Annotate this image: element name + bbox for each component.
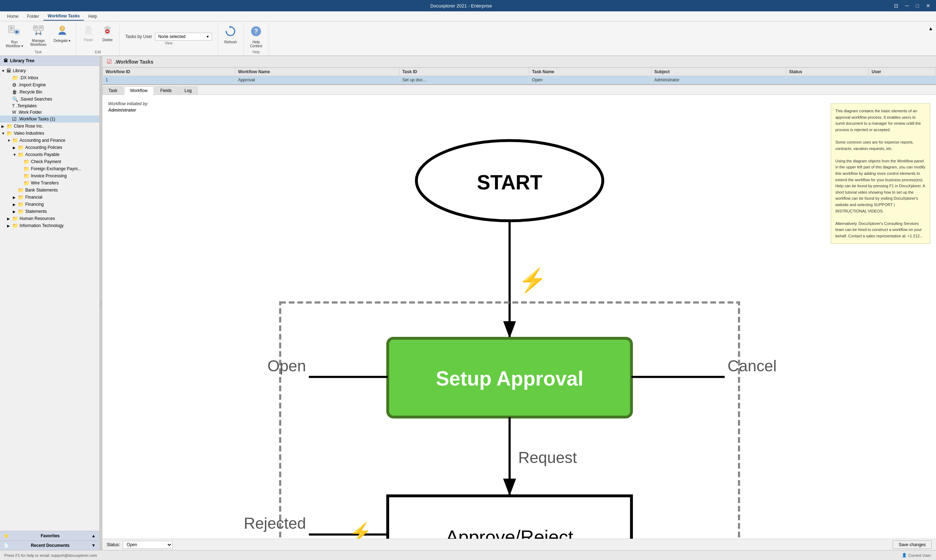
- close-button[interactable]: ✕: [923, 2, 933, 9]
- table-header-row: Workflow ID Workflow Name Task ID Task N…: [103, 68, 936, 76]
- menu-workflow-tasks[interactable]: Workflow Tasks: [43, 12, 84, 21]
- chevron-financial[interactable]: ▶: [13, 195, 18, 199]
- valeo-label: Valeo Industries: [14, 131, 44, 136]
- chevron-library[interactable]: ▼: [2, 69, 6, 73]
- recent-documents-header[interactable]: 📄 Recent Documents ▼: [0, 541, 99, 550]
- chevron-statements[interactable]: ▶: [13, 210, 18, 214]
- table-row[interactable]: 1 Approval Set up doc... Open Administra…: [103, 76, 936, 84]
- status-label: Status:: [107, 542, 120, 547]
- sidebar-resize-handle[interactable]: [100, 56, 102, 550]
- bank-statements-icon: 📁: [18, 187, 24, 193]
- menu-home[interactable]: Home: [3, 12, 23, 20]
- workflow-diagram-svg: START ⚡ Setup Approval Request App: [108, 116, 825, 539]
- tab-fields[interactable]: Fields: [154, 86, 178, 94]
- tree-item-check-payment[interactable]: ▶ 📁 Check Payment: [0, 158, 99, 165]
- chevron-accounting-policies[interactable]: ▶: [13, 146, 18, 149]
- help-context-button[interactable]: ? HelpContext: [247, 23, 266, 49]
- tree-item-library[interactable]: ▼ 🏛 Library: [0, 67, 99, 74]
- svg-text:Approve/Reject: Approve/Reject: [446, 526, 574, 539]
- tab-log[interactable]: Log: [179, 86, 198, 94]
- financial-icon: 📁: [18, 194, 24, 200]
- menu-bar: Home Folder Workflow Tasks Help: [0, 11, 936, 21]
- cell-workflow-id: 1: [103, 76, 235, 84]
- tree-item-dx-inbox[interactable]: ▶ 📁 .DX Inbox: [0, 74, 99, 82]
- tree-item-accounting-finance[interactable]: ▼ 📁 Accounting and Finance: [0, 137, 99, 144]
- delete-button[interactable]: Delete: [99, 23, 116, 43]
- table-body: 1 Approval Set up doc... Open Administra…: [103, 76, 936, 84]
- accounting-finance-label: Accounting and Finance: [20, 138, 65, 143]
- tab-task[interactable]: Task: [102, 86, 123, 94]
- chevron-valeo[interactable]: ▼: [2, 131, 6, 135]
- info-box-modify: Using the diagram objects from the Workf…: [835, 158, 926, 214]
- chevron-human-resources[interactable]: ▶: [7, 217, 12, 221]
- tree-item-accounts-payable[interactable]: ▼ 📁 Accounts Payable: [0, 151, 99, 158]
- refresh-button[interactable]: Refresh: [221, 23, 241, 46]
- favorites-section: ⭐ Favorites ▲: [0, 531, 99, 540]
- human-resources-icon: 📁: [12, 216, 18, 222]
- tree-item-financing[interactable]: ▶ 📁 Financing: [0, 201, 99, 208]
- paste-button[interactable]: Paste: [79, 23, 97, 43]
- menu-folder[interactable]: Folder: [23, 12, 43, 20]
- clare-rose-label: Clare Rose Inc.: [14, 124, 43, 129]
- tree-item-human-resources[interactable]: ▶ 📁 Human Resources: [0, 215, 99, 222]
- svg-text:Cancel: Cancel: [728, 357, 777, 374]
- manage-workflows-button[interactable]: ManageWorkflows: [28, 23, 49, 48]
- chevron-clare-rose[interactable]: ▶: [2, 125, 6, 128]
- dx-inbox-icon: 📁: [12, 75, 18, 81]
- tree-item-workflow-tasks[interactable]: ▶ ☑ .Workflow Tasks (1): [0, 115, 99, 123]
- tree-item-invoice-processing[interactable]: ▶ 📁 Invoice Processing: [0, 172, 99, 180]
- tree-item-saved-searches[interactable]: ▶ 🔍 .Saved Searches: [0, 95, 99, 103]
- tree-item-import-engine[interactable]: ▶ ⚙ .Import Engine: [0, 82, 99, 88]
- tree-item-bank-statements[interactable]: ▶ 📁 Bank Statements: [0, 186, 99, 194]
- recycle-bin-icon: 🗑: [12, 89, 17, 95]
- delegate-button[interactable]: Delegate ▾: [51, 23, 74, 44]
- import-engine-icon: ⚙: [12, 82, 17, 88]
- chevron-accounts-payable[interactable]: ▼: [13, 153, 18, 157]
- paste-label: Paste: [84, 38, 93, 42]
- tree-item-financial[interactable]: ▶ 📁 Financial: [0, 194, 99, 201]
- tree-item-foreign-exchange[interactable]: ▶ 📁 Foreign Exchange Paym...: [0, 165, 99, 172]
- col-status: Status: [786, 68, 868, 76]
- menu-help[interactable]: Help: [84, 12, 101, 20]
- tree-item-recycle-bin[interactable]: ▶ 🗑 .Recycle Bin: [0, 88, 99, 95]
- run-workflow-button[interactable]: RunWorkflow ▾: [3, 23, 26, 49]
- tree-item-clare-rose[interactable]: ▶ 📁 Clare Rose Inc.: [0, 123, 99, 130]
- main-content: 🏛 Library Tree ▼ 🏛 Library ▶ 📁 .DX Inbox…: [0, 56, 936, 550]
- tasks-by-user-dropdown[interactable]: None selected ▾: [155, 33, 212, 40]
- tree-item-information-technology[interactable]: ▶ 📁 Information Technology: [0, 222, 99, 229]
- favorites-header[interactable]: ⭐ Favorites ▲: [0, 531, 99, 540]
- col-workflow-name: Workflow Name: [235, 68, 399, 76]
- check-payment-label: Check Payment: [31, 159, 61, 164]
- help-context-icon: ?: [250, 25, 262, 40]
- tree-item-templates[interactable]: ▶ T .Templates: [0, 103, 99, 109]
- tree-item-work-folder[interactable]: ▶ W .Work Folder: [0, 109, 99, 115]
- edit-group-label: Edit: [79, 49, 116, 55]
- work-folder-icon: W: [12, 110, 16, 115]
- status-dropdown[interactable]: Open Closed Pending: [123, 541, 173, 549]
- svg-rect-2: [10, 28, 13, 29]
- svg-point-15: [61, 26, 64, 29]
- restore-button[interactable]: ⊡: [891, 2, 901, 9]
- window-controls: ⊡ ─ □ ✕: [891, 2, 933, 9]
- tree-item-wire-transfers[interactable]: ▶ 📁 Wire Transfers: [0, 180, 99, 186]
- save-changes-button[interactable]: Save changes: [893, 540, 932, 549]
- manage-workflows-icon: [33, 25, 44, 38]
- chevron-information-technology[interactable]: ▶: [7, 224, 12, 228]
- minimize-button[interactable]: ─: [902, 2, 912, 9]
- status-bar: Status: Open Closed Pending Save changes: [102, 539, 936, 550]
- tree-item-accounting-policies[interactable]: ▶ 📁 Accounting Policies: [0, 144, 99, 151]
- svg-rect-10: [40, 27, 43, 28]
- tab-workflow[interactable]: Workflow: [124, 86, 154, 95]
- ribbon-group-task: RunWorkflow ▾ ManageW: [0, 23, 77, 55]
- refresh-label: Refresh: [224, 40, 237, 44]
- information-technology-label: Information Technology: [20, 223, 64, 228]
- accounts-payable-icon: 📁: [18, 152, 24, 157]
- tree-item-valeo[interactable]: ▼ 📁 Valeo Industries: [0, 130, 99, 137]
- chevron-accounting-finance[interactable]: ▼: [7, 138, 12, 143]
- chevron-financing[interactable]: ▶: [13, 203, 18, 206]
- ribbon-collapse-button[interactable]: ▲: [925, 24, 936, 33]
- tree-item-statements[interactable]: ▶ 📁 Statements: [0, 208, 99, 215]
- workflow-tasks-table: Workflow ID Workflow Name Task ID Task N…: [102, 68, 936, 84]
- maximize-button[interactable]: □: [913, 2, 922, 9]
- user-icon: 👤: [902, 553, 907, 557]
